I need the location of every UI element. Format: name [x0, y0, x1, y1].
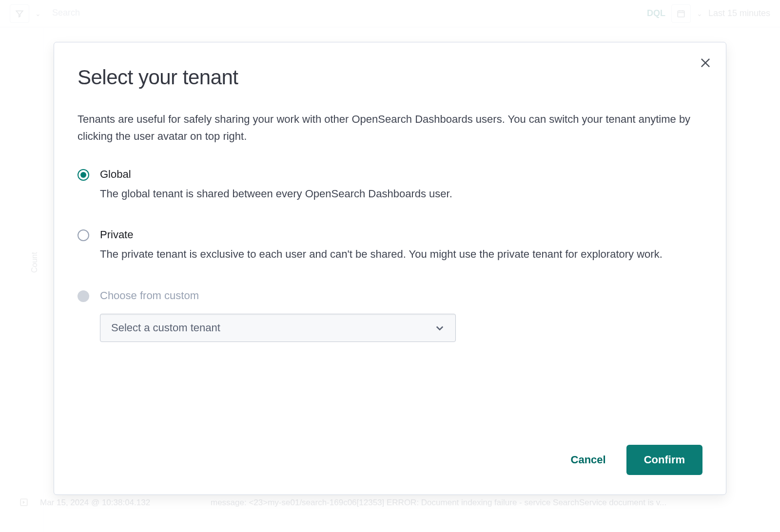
modal-footer: Cancel Confirm — [78, 445, 702, 475]
select-tenant-modal: Select your tenant Tenants are useful fo… — [54, 42, 726, 495]
modal-description: Tenants are useful for safely sharing yo… — [78, 111, 692, 145]
confirm-button[interactable]: Confirm — [626, 445, 702, 475]
select-placeholder: Select a custom tenant — [111, 322, 220, 334]
radio-private[interactable] — [78, 229, 89, 241]
tenant-option-private[interactable]: Private The private tenant is exclusive … — [78, 228, 702, 263]
tenant-option-custom: Choose from custom Select a custom tenan… — [78, 289, 702, 342]
custom-tenant-select[interactable]: Select a custom tenant — [100, 314, 456, 342]
radio-global[interactable] — [78, 169, 89, 181]
option-description: The private tenant is exclusive to each … — [100, 246, 663, 263]
modal-overlay: Select your tenant Tenants are useful fo… — [0, 0, 780, 532]
close-button[interactable] — [699, 56, 712, 70]
chevron-down-icon — [435, 323, 445, 333]
option-description: The global tenant is shared between ever… — [100, 186, 452, 202]
option-label: Choose from custom — [100, 289, 456, 302]
option-label: Global — [100, 168, 452, 181]
radio-custom — [78, 290, 89, 302]
modal-title: Select your tenant — [78, 66, 702, 89]
option-label: Private — [100, 228, 663, 241]
tenant-option-global[interactable]: Global The global tenant is shared betwe… — [78, 168, 702, 202]
close-icon — [699, 56, 712, 70]
cancel-button[interactable]: Cancel — [567, 447, 610, 473]
tenant-options: Global The global tenant is shared betwe… — [78, 168, 702, 342]
